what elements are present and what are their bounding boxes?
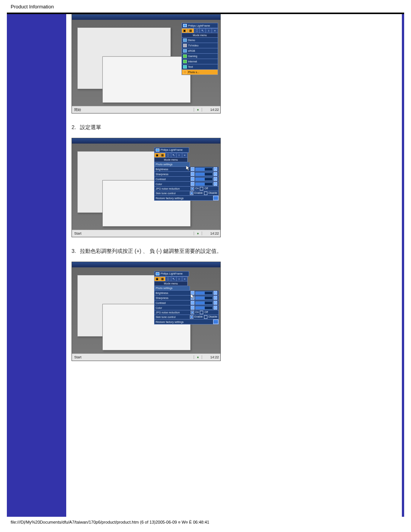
brightness-label: Brightness: [155, 291, 190, 295]
tb-btn-3[interactable]: ⎕: [166, 153, 171, 157]
jpg-on-label: On: [195, 187, 199, 190]
restore-label: Restore factory settings: [155, 196, 212, 200]
lightframe-panel: Philips LightFrame ▣ ▦ ⎕ ↖ i × Mode menu…: [154, 147, 218, 201]
tb-btn-6[interactable]: ×: [212, 29, 218, 33]
color-label: Color: [155, 306, 190, 310]
tb-btn-4[interactable]: ↖: [171, 153, 177, 157]
mode-item-gaming[interactable]: Gaming: [182, 54, 218, 59]
tb-btn-5[interactable]: i: [177, 277, 182, 281]
tray-icon[interactable]: ♦: [194, 355, 202, 359]
sharpness-slider[interactable]: [195, 296, 213, 300]
tb-btn-2[interactable]: ▦: [188, 29, 194, 33]
tb-btn-5[interactable]: i: [177, 153, 182, 157]
jpg-label: JPG noise reduction: [155, 310, 190, 315]
row-jpg-noise: JPG noise reduction On Off: [154, 310, 219, 315]
skin-label: Skin tone control: [155, 315, 189, 319]
demo-icon: [183, 38, 187, 42]
row-skin-tone: Skin tone control Enable Disable: [154, 315, 219, 320]
tb-btn-1[interactable]: ▣: [182, 29, 188, 33]
panel-toolbar: ▣ ▦ ⎕ ↖ i ×: [182, 28, 218, 33]
jpg-off-checkbox[interactable]: [200, 187, 203, 190]
row-sharpness: Sharpness −+: [154, 172, 219, 177]
plus-button[interactable]: +: [213, 301, 217, 305]
minus-button[interactable]: −: [191, 306, 194, 310]
skin-enable-label: Enable: [194, 315, 203, 319]
sidebar-right: [402, 14, 404, 517]
photo-settings-header: Photo settings: [154, 286, 190, 291]
tb-btn-1[interactable]: ▣: [155, 153, 160, 157]
jpg-off-checkbox[interactable]: [200, 311, 203, 314]
skin-enable-checkbox[interactable]: [190, 192, 193, 195]
plus-button[interactable]: +: [213, 167, 217, 171]
photo-icon: [183, 70, 187, 74]
plus-button[interactable]: +: [213, 177, 217, 181]
start-button[interactable]: 開始: [72, 107, 194, 112]
cursor-icon: [186, 166, 190, 171]
tb-btn-6[interactable]: ×: [182, 277, 188, 281]
start-button[interactable]: Start: [72, 355, 194, 359]
plus-button[interactable]: +: [213, 296, 217, 300]
sharpness-label: Sharpness: [155, 296, 190, 300]
minus-button[interactable]: −: [191, 301, 194, 305]
desktop-titlebar: [72, 138, 220, 144]
contrast-slider[interactable]: [195, 301, 213, 305]
tray-icon[interactable]: ♦: [194, 232, 202, 235]
plus-button[interactable]: +: [213, 172, 217, 176]
tb-btn-5[interactable]: i: [206, 29, 212, 33]
plus-button[interactable]: +: [213, 291, 217, 295]
panel-toolbar: ▣ ▦ ⎕ ↖ i ×: [154, 276, 188, 281]
mode-header: Mode menu: [182, 33, 218, 38]
mode-item-internet[interactable]: Internet: [182, 59, 218, 64]
minus-button[interactable]: −: [191, 167, 194, 171]
brightness-slider[interactable]: [195, 291, 213, 295]
step-3-num: 3.: [72, 248, 78, 254]
mode-item-tv[interactable]: TV/video: [182, 43, 218, 48]
restore-button[interactable]: [213, 196, 218, 200]
tb-btn-2[interactable]: ▦: [160, 277, 166, 281]
start-button[interactable]: Start: [72, 232, 194, 235]
restore-button[interactable]: [213, 320, 218, 324]
tray-icon[interactable]: ♦: [194, 108, 202, 112]
figure-1: Philips LightFrame ▣ ▦ ⎕ ↖ i × Mode menu…: [72, 14, 221, 113]
tb-btn-4[interactable]: ↖: [171, 277, 177, 281]
window-front: [102, 56, 191, 103]
skin-enable-checkbox[interactable]: [190, 315, 193, 319]
color-slider[interactable]: [195, 306, 213, 310]
panel-toolbar: ▣ ▦ ⎕ ↖ i ×: [154, 153, 188, 158]
skin-disable-checkbox[interactable]: [204, 315, 207, 319]
internet-icon: [183, 60, 187, 63]
taskbar: Start ♦ 14:22: [72, 230, 220, 237]
contrast-label: Contrast: [155, 301, 190, 305]
minus-button[interactable]: −: [191, 177, 194, 181]
plus-button[interactable]: +: [213, 182, 217, 186]
tb-btn-1[interactable]: ▣: [155, 277, 160, 281]
jpg-on-label: On: [195, 311, 199, 314]
jpg-on-checkbox[interactable]: [191, 187, 194, 190]
main-column: Philips LightFrame ▣ ▦ ⎕ ↖ i × Mode menu…: [66, 14, 402, 517]
taskbar-clock: 14:22: [202, 232, 220, 235]
tb-btn-2[interactable]: ▦: [160, 153, 166, 157]
tb-btn-3[interactable]: ⎕: [194, 29, 200, 33]
minus-button[interactable]: −: [191, 172, 194, 176]
sharpness-slider[interactable]: [195, 173, 213, 176]
step-2-num: 2.: [72, 124, 78, 130]
jpg-on-checkbox[interactable]: [191, 311, 194, 314]
tb-btn-4[interactable]: ↖: [200, 29, 206, 33]
jpg-label: JPG noise reduction: [155, 187, 190, 191]
footer-path: file:///D|/My%20Documents/dfu/A7/taiwan/…: [0, 517, 411, 528]
desktop-body: Philips LightFrame ▣ ▦ ⎕ ↖ i × Mode menu…: [72, 267, 220, 353]
mode-item-photo[interactable]: Photo s...: [182, 70, 218, 75]
mode-item-demo[interactable]: Demo: [182, 38, 218, 43]
tb-btn-3[interactable]: ⎕: [166, 277, 171, 281]
contrast-slider[interactable]: [195, 177, 213, 181]
minus-button[interactable]: −: [191, 182, 194, 186]
skin-disable-checkbox[interactable]: [204, 192, 207, 195]
gaming-icon: [183, 54, 187, 58]
plus-button[interactable]: +: [213, 306, 217, 310]
tb-btn-6[interactable]: ×: [182, 153, 188, 157]
mode-item-text[interactable]: Text: [182, 64, 218, 70]
mode-item-srgb[interactable]: sRGB: [182, 48, 218, 54]
brightness-slider[interactable]: [195, 168, 213, 171]
color-slider[interactable]: [195, 182, 213, 186]
sidebar-left: [7, 14, 66, 517]
